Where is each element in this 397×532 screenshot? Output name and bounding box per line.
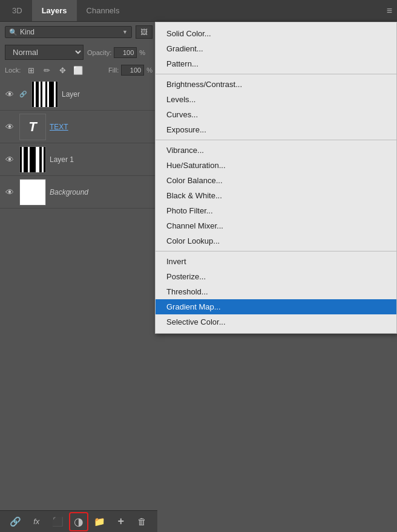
menu-item-pattern[interactable]: Pattern...: [156, 56, 396, 71]
layer-item[interactable]: 👁 Layer 1: [0, 143, 157, 176]
menu-item-gradient-map[interactable]: Gradient Map...: [156, 299, 396, 314]
image-filter-icon[interactable]: 🖼: [136, 25, 153, 39]
opacity-label: Opacity:: [87, 49, 111, 56]
menu-item-solid-color[interactable]: Solid Color...: [156, 26, 396, 41]
menu-item-hue-saturation[interactable]: Hue/Saturation...: [156, 158, 396, 173]
lock-row: Lock: ⊞ ✏ ✥ ⬜ Fill: %: [0, 62, 157, 78]
folder-icon: 📁: [94, 516, 105, 527]
lock-paint-icon[interactable]: ✏: [41, 65, 52, 76]
lock-label: Lock:: [5, 66, 21, 74]
bottom-bar: 🔗 fx ⬛ ◑ 📁 + 🗑: [0, 510, 157, 532]
tab-channels[interactable]: Channels: [77, 0, 130, 21]
menu-separator: [156, 140, 396, 140]
opacity-input[interactable]: [114, 47, 137, 58]
fill-input[interactable]: [121, 65, 144, 76]
trash-icon: 🗑: [137, 516, 146, 527]
barcode-preview: [32, 82, 57, 107]
menu-item-selective-color[interactable]: Selective Color...: [156, 314, 396, 329]
adjustment-icon: ◑: [74, 515, 84, 528]
blend-mode-select[interactable]: Normal Multiply Screen: [5, 45, 84, 60]
layer-item[interactable]: 👁 🔗 Layer: [0, 78, 157, 111]
layer-item[interactable]: 👁 Background: [0, 176, 157, 209]
visibility-icon[interactable]: 👁: [4, 187, 16, 197]
add-icon: +: [117, 515, 124, 528]
kind-label: Kind: [20, 28, 120, 36]
panel-menu-icon[interactable]: ≡: [387, 5, 392, 16]
visibility-icon[interactable]: 👁: [4, 122, 16, 132]
search-icon: 🔍: [9, 28, 18, 36]
new-group-button[interactable]: 📁: [91, 513, 108, 530]
menu-item-threshold[interactable]: Threshold...: [156, 284, 396, 299]
delete-layer-button[interactable]: 🗑: [133, 513, 150, 530]
lock-pixels-icon[interactable]: ⊞: [25, 65, 36, 76]
menu-item-black-white[interactable]: Black & White...: [156, 188, 396, 203]
chevron-down-icon: ▼: [122, 29, 128, 35]
image-icon: 🖼: [140, 28, 148, 36]
mask-icon: ⬛: [52, 516, 64, 527]
opacity-unit: %: [139, 49, 145, 56]
menu-separator: [156, 251, 396, 251]
fx-icon: fx: [33, 517, 39, 526]
fill-unit: %: [146, 66, 153, 74]
menu-item-curves[interactable]: Curves...: [156, 107, 396, 122]
menu-item-posterize[interactable]: Posterize...: [156, 269, 396, 284]
menu-item-vibrance[interactable]: Vibrance...: [156, 143, 396, 158]
kind-select[interactable]: 🔍 Kind ▼: [5, 26, 132, 38]
layer-mask-button[interactable]: ⬛: [49, 513, 66, 530]
tab-3d[interactable]: 3D: [2, 0, 32, 21]
layer-thumbnail: [19, 146, 46, 173]
layer-name-text: TEXT: [50, 123, 68, 131]
menu-item-brightness-contrast[interactable]: Brightness/Contrast...: [156, 77, 396, 92]
new-layer-button[interactable]: +: [113, 513, 130, 530]
kind-row: 🔍 Kind ▼ 🖼: [0, 22, 157, 42]
menu-item-levels[interactable]: Levels...: [156, 92, 396, 107]
menu-item-color-balance[interactable]: Color Balance...: [156, 173, 396, 188]
layer-name: Layer: [62, 90, 80, 99]
link-layers-button[interactable]: 🔗: [7, 513, 24, 530]
lock-all-icon[interactable]: ⬜: [73, 65, 84, 76]
menu-item-color-lookup[interactable]: Color Lookup...: [156, 233, 396, 248]
visibility-icon[interactable]: 👁: [4, 89, 16, 99]
adjustment-dropdown: Solid Color...Gradient...Pattern...Brigh…: [155, 22, 397, 334]
menu-item-exposure[interactable]: Exposure...: [156, 122, 396, 137]
blend-opacity-row: Normal Multiply Screen Opacity: %: [0, 42, 157, 62]
lock-move-icon[interactable]: ✥: [57, 65, 68, 76]
visibility-icon[interactable]: 👁: [4, 155, 16, 164]
layer-thumbnail: [19, 179, 46, 206]
adjustment-layer-button[interactable]: ◑: [70, 513, 87, 530]
layer-name: Layer 1: [50, 155, 74, 164]
layers-panel: 🔍 Kind ▼ 🖼 Normal Multiply Screen Opacit…: [0, 22, 157, 532]
menu-item-channel-mixer[interactable]: Channel Mixer...: [156, 218, 396, 233]
menu-item-gradient[interactable]: Gradient...: [156, 41, 396, 56]
tab-bar: 3D Layers Channels ≡: [0, 0, 397, 22]
barcode-preview: [20, 147, 45, 172]
fill-label: Fill:: [108, 66, 119, 74]
layer-item[interactable]: 👁 T TEXT: [0, 111, 157, 143]
menu-item-photo-filter[interactable]: Photo Filter...: [156, 203, 396, 218]
layer-name: Background: [50, 188, 88, 196]
link-icon: 🔗: [10, 516, 21, 527]
tab-layers[interactable]: Layers: [32, 0, 77, 21]
menu-separator: [156, 74, 396, 74]
layer-thumbnail: T: [19, 114, 46, 140]
menu-item-invert[interactable]: Invert: [156, 254, 396, 269]
link-icon: 🔗: [19, 91, 27, 97]
layer-list: 👁 🔗 Layer 👁 T TEXT 👁: [0, 78, 157, 510]
layer-effects-button[interactable]: fx: [28, 513, 45, 530]
layer-thumbnail: [31, 81, 58, 108]
